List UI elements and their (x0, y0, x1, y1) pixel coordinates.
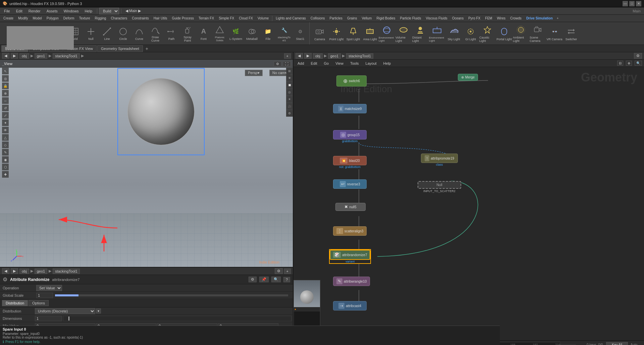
obj-button[interactable]: obj (19, 53, 29, 59)
shelf-tab-polygon[interactable]: Polygon (45, 16, 61, 20)
node-switch6[interactable]: ⊕ switch6 (336, 75, 367, 87)
props-search-button[interactable]: 🔍 (271, 277, 281, 282)
viewport-fullscreen-button[interactable]: ⛶ (283, 61, 291, 66)
shelf-tab-wires[interactable]: Wires (495, 16, 507, 20)
node-attribrandomize7[interactable]: 🎲 attribrandomize7 variant (330, 250, 370, 263)
shelf-tab-texture[interactable]: Texture (77, 16, 92, 20)
props-tab-distribution[interactable]: Distribution (2, 300, 28, 306)
props-add-tab[interactable]: + (284, 269, 291, 274)
vp-tool12[interactable]: ✎ (2, 149, 9, 156)
menu-windows[interactable]: Windows (61, 8, 82, 14)
vp-tool10[interactable]: △ (2, 134, 9, 141)
shelf-tab-pfluids[interactable]: Particle Fluids (398, 16, 423, 20)
vp-right-btn-7[interactable]: ⚙ (286, 110, 293, 117)
main-workspace[interactable]: ◀ Main ▶ (123, 9, 143, 13)
tool-curve[interactable]: Curve (131, 23, 147, 44)
ng-menu-edit[interactable]: Edit (309, 61, 319, 66)
shelf-tab-deform[interactable]: Deform (61, 16, 76, 20)
shelf-tab-model[interactable]: Model (31, 16, 44, 20)
props-obj-button[interactable]: obj (19, 269, 29, 274)
shelf-tab-viscous[interactable]: Viscous Fluids (424, 16, 449, 20)
shelf-tab-crowds[interactable]: Crowds (508, 16, 524, 20)
tool-lsystem[interactable]: 🌿 L-System (228, 23, 244, 44)
vp-tool11[interactable]: ◇ (2, 141, 9, 148)
tool-draw-curve[interactable]: Draw Curve (148, 23, 163, 44)
shelf-tab-terrain[interactable]: Terrain FX (197, 16, 216, 20)
tool-spot-light[interactable]: Spot Light (345, 23, 361, 44)
ng-search-button[interactable]: 🔍 (635, 61, 642, 66)
shelf-tab-lights[interactable]: Lights and Cameras (274, 16, 308, 20)
tool-env-light2[interactable]: Environment Light (429, 23, 445, 44)
vp-rotate[interactable]: ↺ (2, 105, 9, 111)
ng-menu-go[interactable]: Go (322, 61, 331, 66)
vp-right-btn-6[interactable]: 🎥 (286, 103, 293, 110)
shelf-tab-guide[interactable]: Guide Process (170, 16, 196, 20)
shelf-tab-oceans[interactable]: Oceans (450, 16, 466, 20)
ng-zoom-fit[interactable]: ⊟ (617, 61, 623, 66)
node-input-scatter2[interactable]: Null INPUT_TO_SCATTER2 (418, 181, 461, 193)
key-all-channels-button[interactable]: Key All Channels (606, 342, 628, 345)
tool-caustic-light[interactable]: Caustic Light (479, 23, 495, 44)
vp-select-obj[interactable]: ◎ (2, 75, 9, 82)
props-nav-forward[interactable]: ▶ (11, 268, 18, 274)
ng-nav-forward[interactable]: ▶ (304, 53, 312, 59)
vp-snap[interactable]: ⊕ (2, 90, 9, 97)
persp-dropdown-button[interactable]: Persp▾ (245, 70, 263, 76)
menu-help[interactable]: Help (82, 8, 95, 14)
dimensions-slider[interactable] (63, 316, 291, 321)
menu-render[interactable]: Render (26, 8, 43, 14)
shelf-tab-create[interactable]: Create (1, 16, 15, 20)
node-blast20[interactable]: 💥 blast20 not: grabBottom (333, 156, 367, 169)
ng-menu-view[interactable]: View (333, 61, 345, 66)
vp-lock[interactable]: 🔒 (2, 82, 9, 89)
props-nav-back[interactable]: ◀ (2, 268, 9, 274)
tool-platonic[interactable]: Platonic Solids (212, 23, 227, 44)
ng-zoom-in[interactable]: ⊕ (626, 61, 632, 66)
vp-view[interactable]: 👁 (2, 127, 9, 133)
node-reverse3[interactable]: ↩ reverse3 (333, 179, 367, 189)
tool-line[interactable]: Line (99, 23, 115, 44)
props-help-button[interactable]: ? (283, 277, 290, 282)
tool-point-light[interactable]: Point Light (328, 23, 344, 44)
shelf-tab-cloud[interactable]: Cloud FX (237, 16, 255, 20)
node-group15[interactable]: ◎ group15 grabBottom (333, 130, 367, 143)
tool-file[interactable]: 📁 File (260, 23, 276, 44)
geo1-button[interactable]: geo1 (35, 53, 47, 59)
tool-ambient-light[interactable]: Ambient Light (513, 23, 529, 44)
vp-tool5[interactable]: ↔ (2, 97, 9, 104)
shelf-tab-characters[interactable]: Characters (109, 16, 129, 20)
menu-assets[interactable]: Assets (44, 8, 60, 14)
ng-stacking-button[interactable]: stackingTool1 (346, 53, 373, 59)
menu-edit[interactable]: Edit (13, 8, 25, 14)
tool-path[interactable]: Path (164, 23, 179, 44)
shelf-tab-fem[interactable]: FEM (483, 16, 494, 20)
tool-staci[interactable]: ⚙ Staci1 (292, 23, 308, 44)
global-scale-slider[interactable] (55, 294, 288, 296)
shelf-tab-rigid[interactable]: Rigid Bodies (374, 16, 397, 20)
tab-geometry-spreadsheet[interactable]: Geometry Spreadsheet (97, 45, 143, 52)
nav-back-button[interactable]: ◀ (2, 53, 9, 59)
ng-menu-layout[interactable]: Layout (364, 61, 379, 66)
stacking-tool-button[interactable]: stackingTool1 (53, 53, 80, 59)
shelf-tab-rigging[interactable]: Rigging (93, 16, 108, 20)
vp-right-btn-4[interactable]: ◎ (286, 89, 293, 96)
dimensions-input[interactable] (35, 316, 62, 321)
vp-right-btn-5[interactable]: ☀ (286, 96, 293, 103)
ng-obj-button[interactable]: obj (313, 53, 323, 59)
distribution-dropdown[interactable]: Uniform (Discrete) (35, 308, 95, 314)
vp-right-btn-3[interactable]: 🔲 (286, 82, 293, 89)
viewport-settings-button[interactable]: ⚙ (274, 61, 281, 66)
node-merge[interactable]: ⊕ Merge (458, 74, 478, 81)
tool-font[interactable]: A Font (196, 23, 211, 44)
shelf-tab-collisions[interactable]: Collisions (309, 16, 327, 20)
node-null5[interactable]: ✖ null5 (335, 203, 366, 211)
shelf-tab-simple[interactable]: Simple FX (217, 16, 236, 20)
props-tab-options[interactable]: Options (29, 300, 49, 306)
viewport-3d[interactable]: _View ⚙ ⛶ ↖ ◎ 🔒 ⊕ ↔ ↺ ⤢ ✦ 👁 △ ◇ ✎ ◉ ⬡ (0, 60, 293, 267)
props-gear-button[interactable]: ⚙ (249, 277, 257, 282)
tool-gi-light[interactable]: GI Light (463, 23, 479, 44)
tool-volume-light[interactable]: Volume Light (395, 23, 412, 44)
tool-distant-light[interactable]: Distant Light (412, 23, 428, 44)
vp-transform[interactable]: ✦ (2, 119, 9, 126)
vp-tool15[interactable]: ✚ (2, 171, 9, 178)
